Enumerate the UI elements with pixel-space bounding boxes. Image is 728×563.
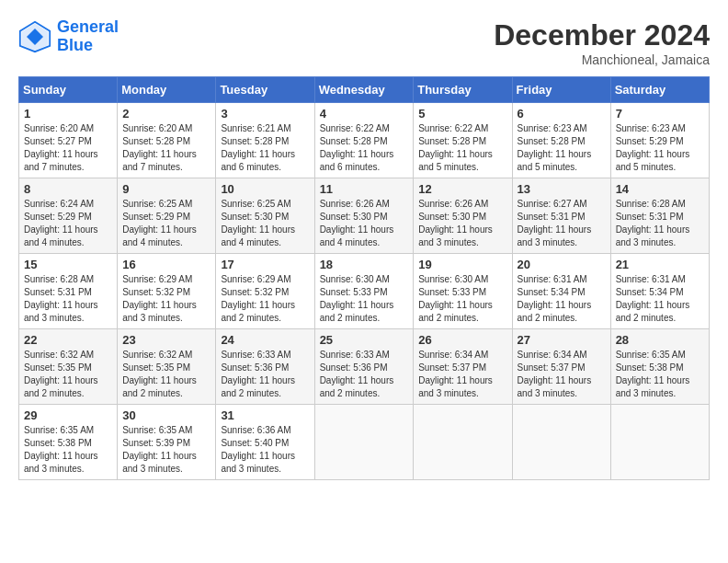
day-number: 31	[221, 408, 309, 422]
day-number: 6	[518, 107, 606, 121]
day-number: 23	[122, 333, 210, 347]
calendar-cell: 9 Sunrise: 6:25 AM Sunset: 5:29 PM Dayli…	[118, 178, 216, 254]
day-number: 10	[221, 182, 309, 196]
day-info: Sunrise: 6:32 AM Sunset: 5:35 PM Dayligh…	[122, 349, 210, 400]
col-sunday: Sunday	[19, 77, 118, 103]
day-info: Sunrise: 6:36 AM Sunset: 5:40 PM Dayligh…	[221, 424, 309, 476]
day-number: 25	[320, 333, 409, 347]
calendar-cell: 29 Sunrise: 6:35 AM Sunset: 5:38 PM Dayl…	[19, 405, 118, 480]
calendar-cell: 23 Sunrise: 6:32 AM Sunset: 5:35 PM Dayl…	[118, 329, 216, 405]
day-info: Sunrise: 6:28 AM Sunset: 5:31 PM Dayligh…	[24, 273, 112, 325]
day-info: Sunrise: 6:23 AM Sunset: 5:28 PM Dayligh…	[518, 122, 606, 174]
calendar-cell: 16 Sunrise: 6:29 AM Sunset: 5:32 PM Dayl…	[118, 254, 216, 329]
calendar-cell: 6 Sunrise: 6:23 AM Sunset: 5:28 PM Dayli…	[512, 103, 610, 178]
day-info: Sunrise: 6:23 AM Sunset: 5:29 PM Dayligh…	[616, 122, 704, 174]
calendar-cell: 12 Sunrise: 6:26 AM Sunset: 5:30 PM Dayl…	[414, 178, 512, 254]
calendar-cell	[512, 405, 610, 480]
day-info: Sunrise: 6:26 AM Sunset: 5:30 PM Dayligh…	[320, 198, 409, 249]
day-info: Sunrise: 6:29 AM Sunset: 5:32 PM Dayligh…	[221, 273, 309, 325]
day-number: 24	[221, 333, 309, 347]
day-info: Sunrise: 6:24 AM Sunset: 5:29 PM Dayligh…	[24, 198, 112, 249]
calendar-table: Sunday Monday Tuesday Wednesday Thursday…	[18, 76, 710, 480]
day-info: Sunrise: 6:30 AM Sunset: 5:33 PM Dayligh…	[320, 273, 409, 325]
day-number: 1	[24, 107, 112, 121]
day-info: Sunrise: 6:35 AM Sunset: 5:39 PM Dayligh…	[122, 424, 210, 476]
calendar-cell: 11 Sunrise: 6:26 AM Sunset: 5:30 PM Dayl…	[314, 178, 414, 254]
day-number: 29	[24, 408, 112, 422]
calendar-cell: 1 Sunrise: 6:20 AM Sunset: 5:27 PM Dayli…	[19, 103, 118, 178]
calendar-cell	[414, 405, 512, 480]
day-number: 27	[518, 333, 606, 347]
month-title: December 2024	[494, 18, 710, 52]
calendar-cell	[314, 405, 414, 480]
day-info: Sunrise: 6:28 AM Sunset: 5:31 PM Dayligh…	[616, 198, 704, 249]
day-info: Sunrise: 6:20 AM Sunset: 5:27 PM Dayligh…	[24, 122, 112, 174]
day-info: Sunrise: 6:30 AM Sunset: 5:33 PM Dayligh…	[418, 273, 506, 325]
day-info: Sunrise: 6:34 AM Sunset: 5:37 PM Dayligh…	[418, 349, 506, 400]
day-number: 30	[122, 408, 210, 422]
day-info: Sunrise: 6:33 AM Sunset: 5:36 PM Dayligh…	[221, 349, 309, 400]
day-info: Sunrise: 6:22 AM Sunset: 5:28 PM Dayligh…	[418, 122, 506, 174]
title-block: December 2024 Manchioneal, Jamaica	[494, 18, 710, 67]
day-number: 7	[616, 107, 704, 121]
day-number: 12	[418, 182, 506, 196]
calendar-cell: 2 Sunrise: 6:20 AM Sunset: 5:28 PM Dayli…	[118, 103, 216, 178]
weekday-header-row: Sunday Monday Tuesday Wednesday Thursday…	[19, 77, 710, 103]
col-friday: Friday	[512, 77, 610, 103]
calendar-cell: 21 Sunrise: 6:31 AM Sunset: 5:34 PM Dayl…	[610, 254, 709, 329]
location-title: Manchioneal, Jamaica	[494, 52, 710, 67]
day-info: Sunrise: 6:21 AM Sunset: 5:28 PM Dayligh…	[221, 122, 309, 174]
day-info: Sunrise: 6:27 AM Sunset: 5:31 PM Dayligh…	[518, 198, 606, 249]
logo-icon	[18, 20, 51, 53]
calendar-cell: 5 Sunrise: 6:22 AM Sunset: 5:28 PM Dayli…	[414, 103, 512, 178]
day-info: Sunrise: 6:29 AM Sunset: 5:32 PM Dayligh…	[122, 273, 210, 325]
day-info: Sunrise: 6:31 AM Sunset: 5:34 PM Dayligh…	[518, 273, 606, 325]
day-number: 20	[518, 258, 606, 271]
calendar-cell: 13 Sunrise: 6:27 AM Sunset: 5:31 PM Dayl…	[512, 178, 610, 254]
day-info: Sunrise: 6:31 AM Sunset: 5:34 PM Dayligh…	[616, 273, 704, 325]
calendar-cell	[610, 405, 709, 480]
page-header: General Blue December 2024 Manchioneal, …	[18, 18, 710, 67]
day-number: 21	[616, 258, 704, 271]
day-number: 19	[418, 258, 506, 271]
col-thursday: Thursday	[414, 77, 512, 103]
day-info: Sunrise: 6:20 AM Sunset: 5:28 PM Dayligh…	[122, 122, 210, 174]
calendar-cell: 30 Sunrise: 6:35 AM Sunset: 5:39 PM Dayl…	[118, 405, 216, 480]
calendar-cell: 25 Sunrise: 6:33 AM Sunset: 5:36 PM Dayl…	[314, 329, 414, 405]
day-number: 15	[24, 258, 112, 271]
day-info: Sunrise: 6:33 AM Sunset: 5:36 PM Dayligh…	[320, 349, 409, 400]
col-wednesday: Wednesday	[314, 77, 414, 103]
day-number: 11	[320, 182, 409, 196]
day-number: 8	[24, 182, 112, 196]
calendar-cell: 7 Sunrise: 6:23 AM Sunset: 5:29 PM Dayli…	[610, 103, 709, 178]
day-number: 14	[616, 182, 704, 196]
calendar-week-row: 1 Sunrise: 6:20 AM Sunset: 5:27 PM Dayli…	[19, 103, 710, 178]
calendar-week-row: 22 Sunrise: 6:32 AM Sunset: 5:35 PM Dayl…	[19, 329, 710, 405]
day-number: 5	[418, 107, 506, 121]
calendar-week-row: 8 Sunrise: 6:24 AM Sunset: 5:29 PM Dayli…	[19, 178, 710, 254]
day-number: 16	[122, 258, 210, 271]
calendar-cell: 24 Sunrise: 6:33 AM Sunset: 5:36 PM Dayl…	[216, 329, 314, 405]
calendar-cell: 31 Sunrise: 6:36 AM Sunset: 5:40 PM Dayl…	[216, 405, 314, 480]
calendar-cell: 14 Sunrise: 6:28 AM Sunset: 5:31 PM Dayl…	[610, 178, 709, 254]
calendar-cell: 4 Sunrise: 6:22 AM Sunset: 5:28 PM Dayli…	[314, 103, 414, 178]
day-number: 17	[221, 258, 309, 271]
logo-text: General Blue	[57, 18, 119, 55]
col-monday: Monday	[118, 77, 216, 103]
day-info: Sunrise: 6:25 AM Sunset: 5:29 PM Dayligh…	[122, 198, 210, 249]
day-number: 13	[518, 182, 606, 196]
calendar-week-row: 15 Sunrise: 6:28 AM Sunset: 5:31 PM Dayl…	[19, 254, 710, 329]
calendar-week-row: 29 Sunrise: 6:35 AM Sunset: 5:38 PM Dayl…	[19, 405, 710, 480]
calendar-cell: 27 Sunrise: 6:34 AM Sunset: 5:37 PM Dayl…	[512, 329, 610, 405]
calendar-cell: 26 Sunrise: 6:34 AM Sunset: 5:37 PM Dayl…	[414, 329, 512, 405]
calendar-cell: 18 Sunrise: 6:30 AM Sunset: 5:33 PM Dayl…	[314, 254, 414, 329]
day-info: Sunrise: 6:22 AM Sunset: 5:28 PM Dayligh…	[320, 122, 409, 174]
col-saturday: Saturday	[610, 77, 709, 103]
day-number: 28	[616, 333, 704, 347]
calendar-cell: 17 Sunrise: 6:29 AM Sunset: 5:32 PM Dayl…	[216, 254, 314, 329]
day-info: Sunrise: 6:26 AM Sunset: 5:30 PM Dayligh…	[418, 198, 506, 249]
calendar-cell: 15 Sunrise: 6:28 AM Sunset: 5:31 PM Dayl…	[19, 254, 118, 329]
logo: General Blue	[18, 18, 119, 55]
calendar-cell: 28 Sunrise: 6:35 AM Sunset: 5:38 PM Dayl…	[610, 329, 709, 405]
day-info: Sunrise: 6:25 AM Sunset: 5:30 PM Dayligh…	[221, 198, 309, 249]
